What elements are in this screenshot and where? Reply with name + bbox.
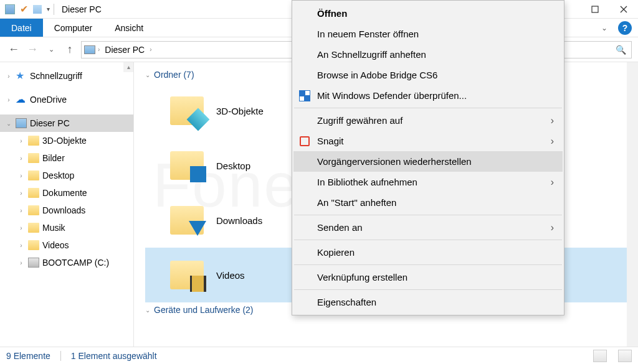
breadcrumb-sep-icon[interactable]: › [98, 46, 100, 53]
chevron-down-icon: ⌄ [145, 307, 150, 314]
ctx-label: Mit Windows Defender überprüfen... [317, 90, 467, 101]
ctx-pin-quick-access[interactable]: An Schnellzugriff anheften [293, 44, 563, 65]
tree-quick-access[interactable]: › ★ Schnellzugriff [0, 67, 133, 85]
star-icon: ★ [16, 71, 27, 81]
window-title: Dieser PC [62, 4, 102, 14]
folder-label: Desktop [216, 161, 250, 171]
ctx-copy[interactable]: Kopieren [293, 242, 563, 263]
chevron-right-icon: › [551, 115, 554, 126]
ctx-grant-access[interactable]: Zugriff gewähren auf› [293, 110, 563, 131]
tree-label: Bilder [42, 153, 65, 163]
tree-scroll-up[interactable]: ▴ [123, 62, 133, 72]
ctx-open-new-window[interactable]: In neuem Fenster öffnen [293, 24, 563, 44]
tree-child-bootcamp[interactable]: ›BOOTCAMP (C:) [0, 254, 133, 271]
chevron-right-icon[interactable]: › [17, 225, 25, 231]
chevron-right-icon[interactable]: › [17, 242, 25, 249]
qat-dropdown-icon[interactable]: ▾ [47, 6, 50, 12]
tree-child-pictures[interactable]: ›Bilder [0, 149, 133, 167]
folder-icon [170, 96, 204, 125]
tree-child-music[interactable]: ›Musik [0, 219, 133, 236]
maximize-button[interactable] [581, 0, 609, 19]
breadcrumb-sep-icon[interactable]: › [150, 46, 151, 53]
nav-back-button[interactable]: ← [6, 42, 21, 57]
tree-child-3d[interactable]: ›3D-Objekte [0, 132, 133, 149]
ctx-pin-start[interactable]: An "Start" anheften [293, 192, 563, 213]
tree-this-pc[interactable]: ⌄ Dieser PC [0, 114, 133, 132]
scrollbar[interactable] [627, 62, 638, 347]
tree-label: Schnellzugriff [30, 71, 82, 81]
view-details-button[interactable] [593, 350, 607, 362]
folder-icon [28, 223, 39, 233]
search-icon: 🔍 [616, 45, 626, 55]
ctx-label: In Bibliothek aufnehmen [317, 177, 417, 187]
ctx-properties[interactable]: Eigenschaften [293, 292, 563, 312]
ctx-label: Eigenschaften [317, 297, 376, 307]
ctx-separator [294, 215, 562, 215]
chevron-right-icon[interactable]: › [5, 73, 12, 80]
ctx-open[interactable]: Öffnen [293, 3, 563, 24]
folder-icon [28, 170, 39, 180]
ctx-label: In neuem Fenster öffnen [317, 29, 419, 39]
tab-file[interactable]: Datei [0, 19, 43, 37]
tab-view[interactable]: Ansicht [103, 19, 155, 37]
drive-icon [28, 258, 39, 268]
group-label: Ordner (7) [154, 70, 194, 80]
tab-computer[interactable]: Computer [43, 19, 103, 37]
chevron-right-icon[interactable]: › [5, 96, 12, 103]
ctx-label: Zugriff gewähren auf [317, 115, 402, 126]
folder-icon [28, 188, 39, 198]
status-selected-count: 1 Element ausgewählt [71, 351, 157, 361]
tree-onedrive[interactable]: › ☁ OneDrive [0, 91, 133, 108]
ctx-send-to[interactable]: Senden an› [293, 217, 563, 238]
qat-properties-icon[interactable]: ✔ [20, 3, 28, 15]
chevron-down-icon[interactable]: ⌄ [5, 120, 12, 127]
tree-child-desktop[interactable]: ›Desktop [0, 167, 133, 184]
ctx-defender[interactable]: Mit Windows Defender überprüfen... [293, 85, 563, 106]
context-menu: Öffnen In neuem Fenster öffnen An Schnel… [292, 0, 564, 315]
breadcrumb-this-pc[interactable]: Dieser PC [102, 45, 147, 55]
folder-icon [28, 240, 39, 250]
ctx-create-shortcut[interactable]: Verknüpfung erstellen [293, 267, 563, 287]
ctx-separator [294, 108, 562, 108]
tree-child-downloads[interactable]: ›Downloads [0, 202, 133, 219]
navigation-tree: ▴ › ★ Schnellzugriff › ☁ OneDrive ⌄ Dies… [0, 62, 134, 347]
nav-forward-button[interactable]: → [25, 42, 40, 57]
chevron-right-icon[interactable]: › [17, 172, 25, 179]
folder-icon [170, 151, 204, 180]
ctx-separator [294, 289, 562, 290]
tree-child-documents[interactable]: ›Dokumente [0, 184, 133, 202]
tree-label: OneDrive [30, 95, 67, 105]
ctx-include-library[interactable]: In Bibliothek aufnehmen› [293, 172, 563, 192]
tree-child-videos[interactable]: ›Videos [0, 236, 133, 254]
chevron-down-icon: ⌄ [145, 72, 150, 78]
ctx-snagit[interactable]: Snagit› [293, 131, 563, 151]
ctx-label: Snagit [317, 136, 344, 146]
folder-icon [28, 153, 39, 163]
ctx-label: Senden an [317, 222, 363, 233]
ribbon-expand-icon[interactable]: ⌄ [593, 19, 616, 37]
chevron-right-icon[interactable]: › [17, 155, 25, 162]
chevron-right-icon[interactable]: › [17, 259, 25, 266]
search-input[interactable]: 🔍 [557, 41, 632, 58]
nav-history-dropdown[interactable]: ⌄ [44, 42, 59, 57]
chevron-right-icon[interactable]: › [17, 190, 25, 197]
ctx-label: Kopieren [317, 247, 355, 258]
desktop-icon [190, 166, 206, 182]
this-pc-icon [84, 45, 95, 54]
chevron-right-icon[interactable]: › [17, 207, 25, 214]
help-button[interactable]: ? [618, 21, 632, 35]
snagit-icon [298, 135, 311, 147]
qat-newfolder-icon[interactable] [33, 5, 42, 14]
ctx-browse-bridge[interactable]: Browse in Adobe Bridge CS6 [293, 65, 563, 85]
nav-up-button[interactable]: ↑ [62, 42, 77, 57]
ctx-label: Vorgängerversionen wiederherstellen [317, 156, 472, 167]
folder-icon [28, 136, 39, 146]
close-button[interactable] [609, 0, 638, 19]
view-large-icons-button[interactable] [618, 350, 632, 362]
ctx-label: Browse in Adobe Bridge CS6 [317, 70, 437, 80]
chevron-right-icon[interactable]: › [17, 138, 25, 144]
ctx-previous-versions[interactable]: Vorgängerversionen wiederherstellen [293, 151, 563, 172]
system-icon[interactable] [5, 4, 15, 14]
chevron-right-icon: › [551, 222, 554, 233]
svg-rect-0 [592, 6, 598, 12]
